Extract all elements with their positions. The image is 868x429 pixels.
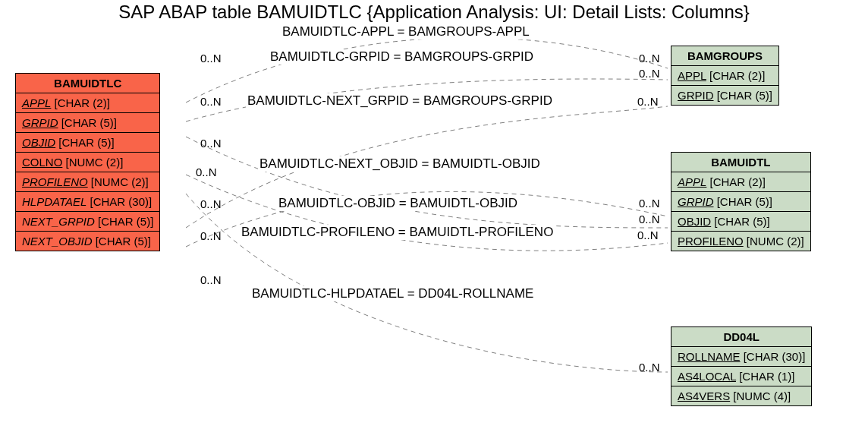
table-row: AS4VERS [NUMC (4)] bbox=[671, 386, 812, 406]
card-l1: 0..N bbox=[200, 52, 222, 65]
column-cell: COLNO [NUMC (2)] bbox=[16, 153, 160, 172]
table-row: OBJID [CHAR (5)] bbox=[671, 212, 811, 232]
rel-label-5: BAMUIDTLC-PROFILENO = BAMUIDTL-PROFILENO bbox=[240, 225, 555, 240]
table-bamuidtl: BAMUIDTL APPL [CHAR (2)]GRPID [CHAR (5)]… bbox=[671, 152, 811, 251]
table-bamuidtl-header: BAMUIDTL bbox=[671, 153, 811, 172]
table-row: GRPID [CHAR (5)] bbox=[671, 192, 811, 212]
column-cell: PROFILENO [NUMC (2)] bbox=[16, 172, 160, 192]
rel-label-0: BAMUIDTLC-APPL = BAMGROUPS-APPL bbox=[281, 24, 531, 39]
table-row: NEXT_GRPID [CHAR (5)] bbox=[16, 212, 160, 232]
column-cell: GRPID [CHAR (5)] bbox=[16, 113, 160, 133]
card-r1: 0..N bbox=[639, 52, 660, 65]
column-cell: ROLLNAME [CHAR (30)] bbox=[671, 347, 812, 367]
table-row: HLPDATAEL [CHAR (30)] bbox=[16, 192, 160, 212]
column-cell: HLPDATAEL [CHAR (30)] bbox=[16, 192, 160, 212]
card-l4: 0..N bbox=[196, 166, 217, 178]
table-row: APPL [CHAR (2)] bbox=[671, 66, 779, 86]
card-r4: 0..N bbox=[639, 197, 660, 210]
column-cell: OBJID [CHAR (5)] bbox=[671, 212, 811, 232]
column-cell: APPL [CHAR (2)] bbox=[671, 172, 811, 192]
table-dd04l: DD04L ROLLNAME [CHAR (30)]AS4LOCAL [CHAR… bbox=[671, 326, 812, 406]
column-cell: NEXT_OBJID [CHAR (5)] bbox=[16, 232, 160, 251]
table-row: APPL [CHAR (2)] bbox=[671, 172, 811, 192]
table-row: PROFILENO [NUMC (2)] bbox=[671, 232, 811, 251]
column-cell: OBJID [CHAR (5)] bbox=[16, 133, 160, 153]
rel-label-1: BAMUIDTLC-GRPID = BAMGROUPS-GRPID bbox=[269, 49, 535, 65]
card-l6: 0..N bbox=[200, 229, 222, 242]
rel-label-6: BAMUIDTLC-HLPDATAEL = DD04L-ROLLNAME bbox=[250, 286, 535, 301]
table-row: GRPID [CHAR (5)] bbox=[671, 86, 779, 106]
table-row: PROFILENO [NUMC (2)] bbox=[16, 172, 160, 192]
table-row: COLNO [NUMC (2)] bbox=[16, 153, 160, 172]
rel-label-3: BAMUIDTLC-NEXT_OBJID = BAMUIDTL-OBJID bbox=[258, 156, 542, 172]
column-cell: GRPID [CHAR (5)] bbox=[671, 86, 779, 106]
card-r6: 0..N bbox=[637, 229, 659, 241]
table-bamgroups: BAMGROUPS APPL [CHAR (2)]GRPID [CHAR (5)… bbox=[671, 46, 779, 106]
card-r7: 0..N bbox=[639, 361, 660, 374]
rel-label-2: BAMUIDTLC-NEXT_GRPID = BAMGROUPS-GRPID bbox=[246, 93, 554, 109]
card-l3: 0..N bbox=[200, 137, 222, 150]
table-dd04l-header: DD04L bbox=[671, 327, 812, 347]
card-l7: 0..N bbox=[200, 273, 222, 286]
card-r3: 0..N bbox=[637, 95, 659, 108]
table-bamuidtlc-header: BAMUIDTLC bbox=[16, 74, 160, 93]
card-r5: 0..N bbox=[639, 213, 660, 226]
column-cell: AS4VERS [NUMC (4)] bbox=[671, 386, 812, 406]
column-cell: NEXT_GRPID [CHAR (5)] bbox=[16, 212, 160, 232]
table-bamgroups-header: BAMGROUPS bbox=[671, 46, 779, 66]
card-l5: 0..N bbox=[200, 197, 222, 210]
column-cell: APPL [CHAR (2)] bbox=[16, 93, 160, 113]
table-row: ROLLNAME [CHAR (30)] bbox=[671, 347, 812, 367]
table-row: GRPID [CHAR (5)] bbox=[16, 113, 160, 133]
table-row: AS4LOCAL [CHAR (1)] bbox=[671, 367, 812, 386]
column-cell: PROFILENO [NUMC (2)] bbox=[671, 232, 811, 251]
column-cell: AS4LOCAL [CHAR (1)] bbox=[671, 367, 812, 386]
table-bamuidtlc: BAMUIDTLC APPL [CHAR (2)]GRPID [CHAR (5)… bbox=[15, 73, 160, 251]
column-cell: APPL [CHAR (2)] bbox=[671, 66, 779, 86]
table-row: OBJID [CHAR (5)] bbox=[16, 133, 160, 153]
card-r2: 0..N bbox=[639, 67, 660, 80]
table-row: NEXT_OBJID [CHAR (5)] bbox=[16, 232, 160, 251]
table-row: APPL [CHAR (2)] bbox=[16, 93, 160, 113]
column-cell: GRPID [CHAR (5)] bbox=[671, 192, 811, 212]
rel-label-4: BAMUIDTLC-OBJID = BAMUIDTL-OBJID bbox=[277, 196, 519, 211]
card-l2: 0..N bbox=[200, 95, 222, 108]
